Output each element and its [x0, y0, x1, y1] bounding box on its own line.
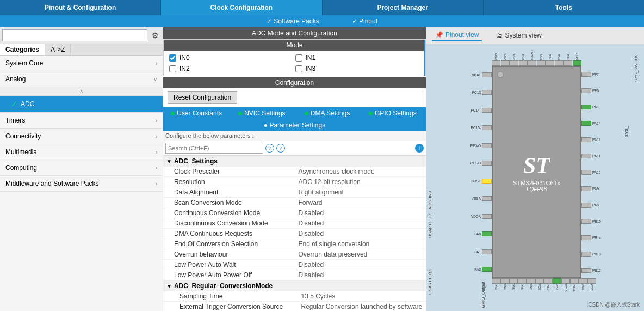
pin-pa8[interactable]: PA8	[581, 203, 625, 208]
sidebar-item-connectivity[interactable]: Connectivity ›	[0, 129, 163, 144]
mode-header: Mode	[164, 40, 425, 51]
sidebar-item-computing[interactable]: Computing ›	[0, 160, 163, 176]
pin-pa9[interactable]: PA9	[581, 186, 625, 191]
checkbox-in2[interactable]: IN2	[169, 64, 294, 74]
param-value: Disabled	[299, 230, 423, 237]
checkbox-in3[interactable]: IN3	[295, 64, 420, 74]
chevron-down-icon: ∨	[153, 76, 157, 82]
checkbox-in1[interactable]: IN1	[295, 53, 420, 63]
sidebar-item-adc[interactable]: ✓ ADC	[0, 96, 163, 113]
param-row: Resolution ADC 12-bit resolution	[163, 177, 426, 187]
param-value: Forward	[299, 199, 423, 206]
pin-pc14[interactable]: PC14-	[448, 108, 492, 113]
pin-vdda[interactable]: VDDA	[448, 214, 492, 219]
tab-system-view[interactable]: 🗂 System view	[493, 30, 544, 41]
pin-pb10-bot[interactable]: PB10	[561, 278, 570, 292]
sidebar-item-multimedia[interactable]: Multimedia ›	[0, 144, 163, 160]
pin-vssa[interactable]: VSSA	[448, 196, 492, 201]
nav-pinout[interactable]: Pinout & Configuration	[0, 0, 161, 15]
pin-pb12[interactable]: PB12	[581, 268, 625, 273]
sidebar-item-system-core[interactable]: System Core ›	[0, 56, 163, 71]
pin-pf7[interactable]: PF7	[581, 72, 625, 77]
pin-vdd-bot[interactable]: VDD	[587, 278, 596, 291]
nav-tools[interactable]: Tools	[484, 0, 644, 15]
pin-pb5[interactable]: PB5	[546, 54, 554, 66]
param-name: End Of Conversion Selection	[174, 240, 299, 248]
pin-pa10[interactable]: PA10	[581, 170, 625, 175]
param-group-header-regular[interactable]: ▼ ADC_Regular_ConversionMode	[163, 280, 426, 291]
tab-atoz[interactable]: A->Z	[45, 44, 71, 55]
param-value: Overrun data preserved	[299, 251, 423, 258]
pin-pf0[interactable]: PF0-O	[448, 143, 492, 148]
tab-gpio[interactable]: GPIO Settings	[361, 108, 425, 119]
pin-pa4-bot[interactable]: PA4	[500, 278, 509, 290]
pin-pb3[interactable]: PB3	[564, 54, 572, 66]
param-name: Resolution	[174, 178, 299, 186]
reset-config-button[interactable]: Reset Configuration	[168, 91, 237, 104]
question-icon-2[interactable]: ?	[276, 144, 285, 153]
pin-pa6-bot[interactable]: PA6	[518, 278, 527, 290]
pin-pb9[interactable]: PB9	[519, 54, 528, 66]
pin-nrst[interactable]: NRST	[448, 179, 492, 184]
pin-pb6[interactable]: PB6	[537, 54, 546, 66]
param-tab-active[interactable]: ● Parameter Settings	[163, 120, 426, 131]
pin-pb13[interactable]: PB13	[581, 252, 625, 257]
tab-pinout-view[interactable]: 📌 Pinout view	[432, 29, 482, 41]
nav-clock[interactable]: Clock Configuration	[161, 0, 322, 15]
pin-pb11-bot[interactable]: PB11	[570, 278, 579, 292]
pin-pc13[interactable]: PC13	[448, 90, 492, 95]
param-value: Disabled	[299, 271, 423, 279]
sidebar-item-analog[interactable]: Analog ∨	[0, 71, 163, 87]
pin-pb8[interactable]: PB8	[510, 54, 518, 66]
pin-pb14[interactable]: PB14	[581, 235, 625, 240]
sidebar-item-middleware[interactable]: Middleware and Software Packs ›	[0, 176, 163, 192]
pin-pb1-bot[interactable]: PB1	[544, 278, 553, 290]
param-row: Data Alignment Right alignment	[163, 187, 426, 198]
chip-logo: ST	[523, 153, 550, 179]
chip-model: STM32F031C6Tx	[513, 180, 560, 186]
pin-boot0[interactable]: BOOT0	[528, 50, 536, 66]
pin-pa15[interactable]: PA15	[573, 53, 581, 66]
param-group-header-adc[interactable]: ▼ ADC_Settings	[163, 156, 426, 167]
chip-package: LQFP48	[527, 186, 547, 192]
pinout-link[interactable]: ✓ Pinout	[352, 17, 377, 25]
tab-categories[interactable]: Categories	[0, 44, 45, 55]
pin-pa5-bot[interactable]: PA5	[509, 278, 518, 290]
pin-pa14[interactable]: PA14	[581, 121, 625, 126]
info-icon[interactable]: i	[415, 144, 424, 153]
pin-pa1[interactable]: PA1	[448, 249, 492, 254]
pin-vss-top[interactable]: VSS	[501, 54, 510, 66]
tab-dma[interactable]: DMA Settings	[295, 108, 360, 119]
sidebar-search[interactable]	[2, 29, 147, 41]
pin-vdd-top[interactable]: VDD	[492, 53, 500, 66]
nav-project[interactable]: Project Manager	[323, 0, 484, 15]
checkbox-in0[interactable]: IN0	[169, 53, 294, 63]
pin-pa0[interactable]: PA0	[448, 231, 492, 236]
right-pins: PF7 PF6 PA13 PA14	[581, 66, 625, 278]
pin-pa3-bot[interactable]: PA3	[492, 278, 500, 290]
pin-vss-bot[interactable]: VSS	[579, 278, 587, 290]
pin-pa13[interactable]: PA13	[581, 105, 625, 109]
software-packs-link[interactable]: ✓ Software Packs	[267, 17, 319, 25]
pin-pb2-bot[interactable]: PB2	[553, 278, 561, 290]
pin-pa11[interactable]: PA11	[581, 154, 625, 158]
param-name: Sampling Time	[179, 292, 301, 300]
pin-pf1[interactable]: PF1-O	[448, 161, 492, 166]
pin-pa7-bot[interactable]: PA7	[527, 278, 535, 290]
pin-pf6[interactable]: PF6	[581, 88, 625, 93]
tab-nvic[interactable]: NVIC Settings	[230, 108, 294, 119]
pin-pb4[interactable]: PB4	[555, 54, 564, 66]
sidebar-item-timers[interactable]: Timers ›	[0, 113, 163, 129]
tab-user-constants[interactable]: User Constants	[164, 108, 228, 119]
chip-view: SYS_SWCLK SYS_ ADC_IN0 USART1_TX USART1_…	[426, 44, 644, 311]
gear-icon[interactable]: ⚙	[150, 30, 160, 41]
pin-pc15[interactable]: PC15-	[448, 125, 492, 130]
params-search[interactable]	[165, 143, 263, 154]
pin-vbat[interactable]: VBAT	[448, 72, 492, 77]
question-icon[interactable]: ?	[265, 144, 274, 153]
pin-pa2[interactable]: PA2	[448, 267, 492, 272]
param-name: Low Power Auto Wait	[174, 261, 299, 269]
pin-pb15[interactable]: PB15	[581, 219, 625, 224]
pin-pa12[interactable]: PA12	[581, 137, 625, 142]
pin-pb0-bot[interactable]: PB0	[535, 278, 544, 290]
